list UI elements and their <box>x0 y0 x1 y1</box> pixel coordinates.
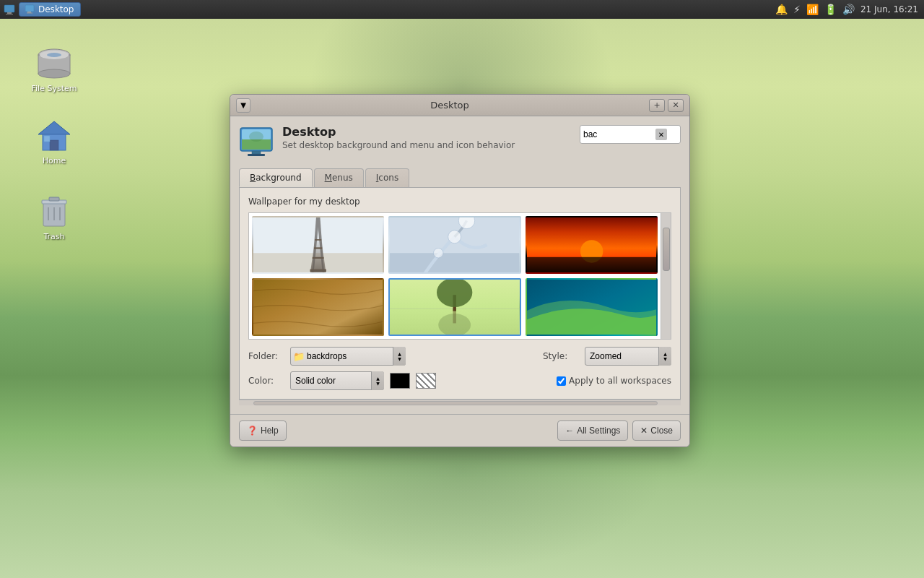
dialog-app-title: Desktop <box>282 125 571 139</box>
wallpaper-thumb-sand[interactable] <box>252 278 384 336</box>
battery-icon: 🔋 <box>824 4 837 15</box>
svg-rect-44 <box>527 257 656 272</box>
notification-icon: 🔔 <box>775 4 788 15</box>
wallpaper-thumb-sunset[interactable] <box>526 216 658 274</box>
folder-select-wrapper: 📁 backdrops ▲ ▼ <box>290 347 406 366</box>
window-close-button[interactable]: ✕ <box>668 99 684 112</box>
color-label: Color: <box>248 376 284 386</box>
svg-rect-36 <box>315 239 321 241</box>
color-swatch-button[interactable] <box>390 373 410 389</box>
trash-icon <box>37 194 71 229</box>
svg-rect-33 <box>310 269 326 272</box>
style-select-wrapper: Zoomed ▲ ▼ <box>585 347 671 366</box>
wifi-icon: 📶 <box>806 4 819 15</box>
filesystem-icon <box>37 46 71 81</box>
taskbar: Desktop 🔔 ⚡ 📶 🔋 🔊 21 Jun, 16:21 <box>0 0 924 19</box>
folder-icon: 📁 <box>293 351 305 362</box>
svg-rect-38 <box>390 253 519 272</box>
desktop-icon-home[interactable]: Home <box>25 116 83 168</box>
svg-rect-45 <box>253 280 383 335</box>
svg-rect-17 <box>49 197 59 201</box>
close-label: Close <box>650 426 673 436</box>
dialog-search-box[interactable]: ✕ <box>580 125 681 144</box>
volume-icon: 🔊 <box>842 4 855 15</box>
dialog-app-subtitle: Set desktop background and menu and icon… <box>282 140 571 150</box>
folder-label: Folder: <box>248 351 284 361</box>
tabs-bar: Background Menus Icons <box>239 168 681 188</box>
taskbar-app-button[interactable]: Desktop <box>19 2 81 17</box>
svg-rect-26 <box>252 151 261 154</box>
close-button[interactable]: ✕ Close <box>632 420 681 441</box>
wallpaper-section-title: Wallpaper for my desktop <box>248 197 671 207</box>
dialog-titlebar: ▼ Desktop + ✕ <box>230 95 689 116</box>
help-button[interactable]: ❓ Help <box>239 420 287 441</box>
taskbar-app-label: Desktop <box>38 4 74 14</box>
dialog-footer: ❓ Help ← All Settings ✕ Close <box>230 414 689 447</box>
tab-background[interactable]: Background <box>239 168 313 187</box>
color-select[interactable]: Solid color <box>290 371 384 390</box>
titlebar-menu-button[interactable]: ▼ <box>236 98 250 113</box>
dialog-title: Desktop <box>250 100 649 111</box>
svg-rect-3 <box>25 5 34 12</box>
svg-point-39 <box>448 230 461 243</box>
filesystem-label: File System <box>32 84 77 93</box>
wallpaper-thumb-frost[interactable] <box>388 216 520 274</box>
wallpaper-scrollbar[interactable] <box>661 212 671 340</box>
trash-label: Trash <box>43 232 64 241</box>
desktop-icon-filesystem[interactable]: File System <box>25 43 83 96</box>
style-label: Style: <box>543 351 579 361</box>
svg-point-25 <box>249 131 263 142</box>
wallpaper-thumb-tree[interactable] <box>388 278 520 336</box>
dialog-search-input[interactable] <box>583 129 655 139</box>
style-select[interactable]: Zoomed <box>585 347 671 366</box>
all-settings-icon: ← <box>565 426 574 436</box>
svg-point-10 <box>47 53 61 57</box>
horizontal-scrollbar[interactable] <box>239 400 681 405</box>
pattern-button[interactable] <box>416 373 436 389</box>
desktop-icon-trash[interactable]: Trash <box>25 191 83 244</box>
apply-all-label: Apply to all workspaces <box>569 376 671 386</box>
help-label: Help <box>261 426 279 436</box>
bluetooth-icon: ⚡ <box>793 4 801 15</box>
color-select-wrapper: Solid color ▲ ▼ <box>290 371 384 390</box>
tab-icons[interactable]: Icons <box>365 168 409 187</box>
dialog-header-text: Desktop Set desktop background and menu … <box>282 125 571 150</box>
wallpaper-thumb-abstract[interactable] <box>526 278 658 336</box>
window-maximize-button[interactable]: + <box>649 99 665 112</box>
svg-rect-2 <box>6 14 13 15</box>
footer-right-buttons: ← All Settings ✕ Close <box>557 420 681 441</box>
dialog-content: Desktop Set desktop background and menu … <box>230 116 689 414</box>
wallpaper-thumb-railway[interactable] <box>252 216 384 274</box>
svg-marker-11 <box>38 121 70 134</box>
taskbar-right: 🔔 ⚡ 📶 🔋 🔊 21 Jun, 16:21 <box>770 4 924 15</box>
close-icon: ✕ <box>640 426 648 436</box>
all-settings-button[interactable]: ← All Settings <box>557 420 628 441</box>
search-clear-button[interactable]: ✕ <box>655 129 667 140</box>
folder-select[interactable]: backdrops <box>290 347 406 366</box>
svg-rect-14 <box>44 136 50 142</box>
titlebar-buttons: + ✕ <box>649 99 684 112</box>
taskbar-time: 21 Jun, 16:21 <box>860 4 918 14</box>
svg-rect-4 <box>27 12 31 13</box>
svg-rect-13 <box>50 140 58 150</box>
svg-rect-5 <box>27 13 32 14</box>
dialog-header-icon <box>239 125 274 160</box>
svg-rect-34 <box>313 257 324 259</box>
svg-point-8 <box>38 69 70 78</box>
wallpaper-grid-wrapper <box>248 212 671 340</box>
dialog-window: ▼ Desktop + ✕ <box>230 94 690 447</box>
all-settings-label: All Settings <box>577 426 620 436</box>
help-icon: ❓ <box>247 426 258 436</box>
wallpaper-grid <box>248 212 661 340</box>
folder-row: Folder: 📁 backdrops ▲ ▼ Style: Zoomed <box>248 347 671 366</box>
apply-all-checkbox[interactable] <box>557 376 566 386</box>
home-label: Home <box>43 156 66 165</box>
svg-rect-35 <box>314 247 322 249</box>
scrollbar-thumb[interactable] <box>663 228 670 271</box>
horizontal-scroll-thumb[interactable] <box>253 401 658 405</box>
svg-rect-27 <box>248 154 265 156</box>
tab-menus[interactable]: Menus <box>314 168 364 187</box>
svg-point-41 <box>434 248 443 257</box>
svg-rect-0 <box>4 5 14 12</box>
apply-all-row: Apply to all workspaces <box>557 376 671 386</box>
